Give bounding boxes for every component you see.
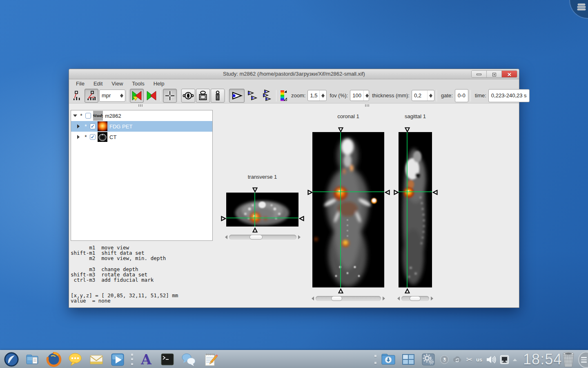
email-client-icon[interactable] [88,351,105,368]
transverse-top-marker[interactable] [252,187,258,192]
scroll-thumb[interactable] [410,296,421,301]
volume-icon[interactable] [486,355,496,364]
scroll-left-arrow[interactable] [310,296,314,301]
view-linked2-button[interactable] [245,89,259,103]
media-player-icon[interactable] [109,351,126,368]
time-button[interactable]: 0,223-240,23 s [488,89,530,102]
desktop-corner-widget[interactable] [570,0,588,18]
fuse-overlay-button[interactable] [145,89,158,103]
keyboard-layout-indicator[interactable]: us [476,357,482,363]
sagittal-bottom-marker[interactable] [405,288,410,293]
scroll-track[interactable] [229,235,296,240]
sync-cloud-icon[interactable] [452,355,462,364]
sagittal-top-marker[interactable] [405,127,410,132]
canvas-target-button[interactable] [163,89,177,103]
sagittal-slice-scrollbar[interactable] [395,296,435,301]
thickness-spinbox[interactable]: 0,2 [412,90,434,101]
transverse-view-canvas[interactable] [226,193,298,227]
coordinates-text: [x,y,z] = [ 20,85, 32,11, 51,52] mm valu… [71,293,178,303]
coronal-left-marker[interactable] [307,189,313,195]
display-device-icon[interactable] [500,355,509,364]
scroll-left-arrow[interactable] [395,296,400,301]
menu-view[interactable]: View [107,80,127,87]
pane-grip-left[interactable] [138,104,144,107]
coronal-top-marker[interactable] [338,127,343,132]
panel-corner-button[interactable] [578,352,588,368]
pane-grip-right[interactable] [365,104,371,107]
view-coronal-button[interactable] [196,89,210,103]
tree-row-study[interactable]: * Study m2862 [71,110,212,121]
interpolation-nearest-button[interactable] [70,89,84,103]
pet-checkbox[interactable] [90,123,96,129]
chat-messenger-icon[interactable] [67,351,83,368]
tray-expander-icon[interactable] [513,357,517,361]
fuse-blend-button[interactable] [130,89,144,103]
expander-right-icon[interactable] [77,135,82,139]
menu-tools[interactable]: Tools [128,80,148,87]
transverse-bottom-marker[interactable] [252,227,258,232]
scroll-right-arrow[interactable] [431,296,435,301]
instant-messenger-icon[interactable] [180,351,197,368]
thickness-label: thickness (mm): [372,92,410,99]
scroll-track[interactable] [316,296,381,301]
mode-spinner[interactable] [118,90,125,101]
scroll-right-arrow[interactable] [298,235,303,239]
minimize-button[interactable] [472,71,487,78]
zoom-spinbox[interactable]: 1,5 [307,90,327,101]
view-sagittal-button[interactable] [211,89,225,103]
tree-row-fdg-pet[interactable]: * FDG PET [71,121,212,132]
close-button[interactable]: ✕ [502,71,517,78]
clipboard-scissors-icon[interactable]: ✂ [466,355,472,364]
font-app-icon[interactable]: A [138,351,154,368]
thickness-spinner[interactable] [427,90,434,101]
scroll-right-arrow[interactable] [383,296,387,301]
downloads-folder-icon[interactable] [380,351,396,368]
scroll-left-arrow[interactable] [223,235,227,239]
view-transverse-button[interactable] [181,89,195,103]
sagittal-right-marker[interactable] [432,189,438,195]
study-checkbox[interactable] [85,113,91,119]
updates-badge-icon[interactable]: 3 [440,355,449,364]
app-launcher-icon[interactable] [3,351,20,368]
fuse-overlay-icon [146,90,157,101]
firefox-browser-icon[interactable] [46,351,62,368]
coronal-view-canvas[interactable] [312,132,384,287]
menu-edit[interactable]: Edit [89,80,107,87]
terminal-icon[interactable] [159,351,176,368]
notes-icon[interactable] [202,351,218,368]
system-settings-icon[interactable] [420,351,437,368]
scroll-track[interactable] [401,296,429,301]
expander-right-icon[interactable] [77,124,82,128]
menu-file[interactable]: File [72,80,89,87]
coronal-right-marker[interactable] [385,189,390,195]
view-single-button[interactable] [229,89,245,103]
fov-spinner[interactable] [363,90,370,101]
coronal-slice-scrollbar[interactable] [310,296,387,301]
file-manager-icon[interactable] [24,351,41,368]
tree-row-ct[interactable]: * CT [71,132,212,142]
interpolation-trilinear-button[interactable] [85,89,98,103]
scroll-thumb[interactable] [331,296,342,301]
threshold-colormap-button[interactable] [278,89,288,103]
transverse-left-marker[interactable] [221,215,226,221]
fov-spinbox[interactable]: 100 [350,90,369,101]
sagittal-left-marker[interactable] [394,189,399,195]
maximize-button[interactable] [487,71,502,78]
fov-value: 100 [350,90,363,101]
coronal-bottom-marker[interactable] [338,288,343,293]
transverse-right-marker[interactable] [299,215,304,221]
expander-down-icon[interactable] [73,114,77,119]
mode-select[interactable]: mpr [99,90,125,102]
zoom-spinner[interactable] [319,90,326,101]
gate-button[interactable]: 0-0 [455,89,468,102]
trash-icon[interactable] [560,351,577,368]
scroll-thumb[interactable] [249,235,263,240]
taskbar-clock[interactable]: 18:54 [523,351,562,368]
view-linked3-button[interactable] [260,89,274,103]
window-titlebar[interactable]: Study: m2862 (/home/pastordi/Загрузки/Xi… [69,69,519,79]
ct-checkbox[interactable] [90,134,96,140]
transverse-slice-scrollbar[interactable] [223,234,303,240]
sagittal-view-canvas[interactable] [399,132,432,287]
menu-help[interactable]: Help [149,80,169,87]
window-pager-icon[interactable] [400,351,416,368]
